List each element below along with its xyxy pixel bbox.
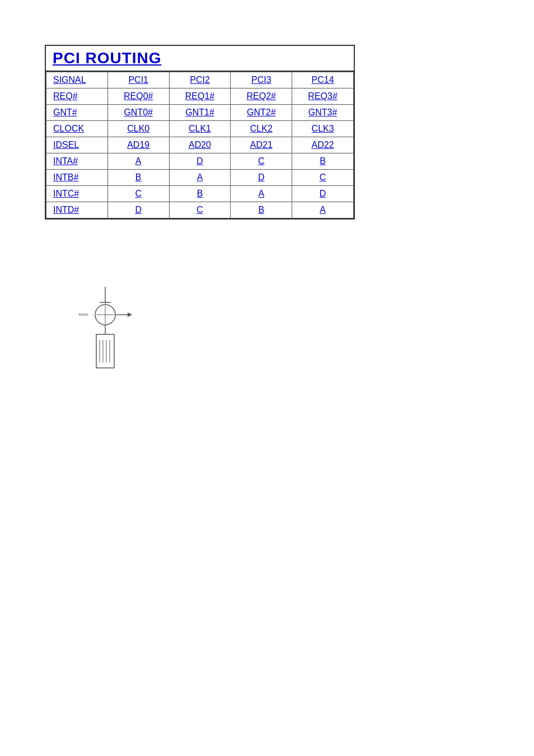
table-cell: GNT3# [292, 105, 354, 121]
table-cell: REQ# [46, 88, 108, 105]
table-row: INTA#ADCB [46, 153, 354, 170]
table-cell: GNT# [46, 105, 108, 121]
table-header-cell: SIGNAL [46, 72, 108, 88]
svg-rect-8 [96, 334, 114, 368]
pci-routing-table: SIGNALPCI1PCI2PCI3PC14 REQ#REQ0#REQ1#REQ… [46, 72, 354, 218]
page-content: PCI ROUTING SIGNALPCI1PCI2PCI3PC14 REQ#R… [0, 0, 534, 410]
pci-routing-title: PCI ROUTING [53, 49, 162, 67]
table-cell: C [231, 153, 292, 170]
table-cell: A [107, 153, 169, 170]
table-cell: GNT2# [231, 105, 292, 121]
table-cell: REQ1# [169, 88, 231, 105]
table-row: REQ#REQ0#REQ1#REQ2#REQ3# [46, 88, 354, 105]
table-cell: C [292, 170, 354, 186]
table-cell: A [169, 170, 231, 186]
table-header-cell: PCI2 [169, 72, 231, 88]
table-cell: B [107, 170, 169, 186]
table-cell: INTC# [46, 186, 108, 202]
pci-routing-table-wrapper: PCI ROUTING SIGNALPCI1PCI2PCI3PC14 REQ#R… [45, 45, 355, 220]
table-cell: REQ0# [107, 88, 169, 105]
table-cell: AD21 [231, 137, 292, 153]
svg-text:4mm: 4mm [78, 312, 88, 317]
table-cell: D [231, 170, 292, 186]
table-cell: CLOCK [46, 121, 108, 137]
table-header-cell: PCI1 [107, 72, 169, 88]
table-cell: GNT1# [169, 105, 231, 121]
table-row: GNT#GNT0#GNT1#GNT2#GNT3# [46, 105, 354, 121]
table-cell: CLK0 [107, 121, 169, 137]
table-cell: D [169, 153, 231, 170]
table-cell: CLK1 [169, 121, 231, 137]
connector-diagram: 4mm [78, 287, 146, 376]
table-cell: INTA# [46, 153, 108, 170]
table-header-row: SIGNALPCI1PCI2PCI3PC14 [46, 72, 354, 88]
table-cell: INTD# [46, 202, 108, 218]
table-cell: REQ2# [231, 88, 292, 105]
table-cell: IDSEL [46, 137, 108, 153]
table-cell: AD20 [169, 137, 231, 153]
table-cell: INTB# [46, 170, 108, 186]
table-row: INTB#BADC [46, 170, 354, 186]
table-cell: CLK2 [231, 121, 292, 137]
table-row: IDSELAD19AD20AD21AD22 [46, 137, 354, 153]
table-cell: GNT0# [107, 105, 169, 121]
table-row: CLOCKCLK0CLK1CLK2CLK3 [46, 121, 354, 137]
table-cell: B [231, 202, 292, 218]
table-cell: D [292, 186, 354, 202]
table-cell: C [169, 202, 231, 218]
table-cell: CLK3 [292, 121, 354, 137]
table-cell: AD19 [107, 137, 169, 153]
svg-marker-6 [128, 312, 132, 317]
table-row: INTD#DCBA [46, 202, 354, 218]
table-cell: REQ3# [292, 88, 354, 105]
table-cell: A [231, 186, 292, 202]
table-header-cell: PC14 [292, 72, 354, 88]
pci-title-row: PCI ROUTING [46, 46, 354, 72]
table-cell: C [107, 186, 169, 202]
table-row: INTC#CBAD [46, 186, 354, 202]
connector-icon: 4mm [78, 287, 146, 376]
table-header-cell: PCI3 [231, 72, 292, 88]
table-cell: B [292, 153, 354, 170]
table-cell: D [107, 202, 169, 218]
table-cell: A [292, 202, 354, 218]
table-cell: AD22 [292, 137, 354, 153]
table-cell: B [169, 186, 231, 202]
